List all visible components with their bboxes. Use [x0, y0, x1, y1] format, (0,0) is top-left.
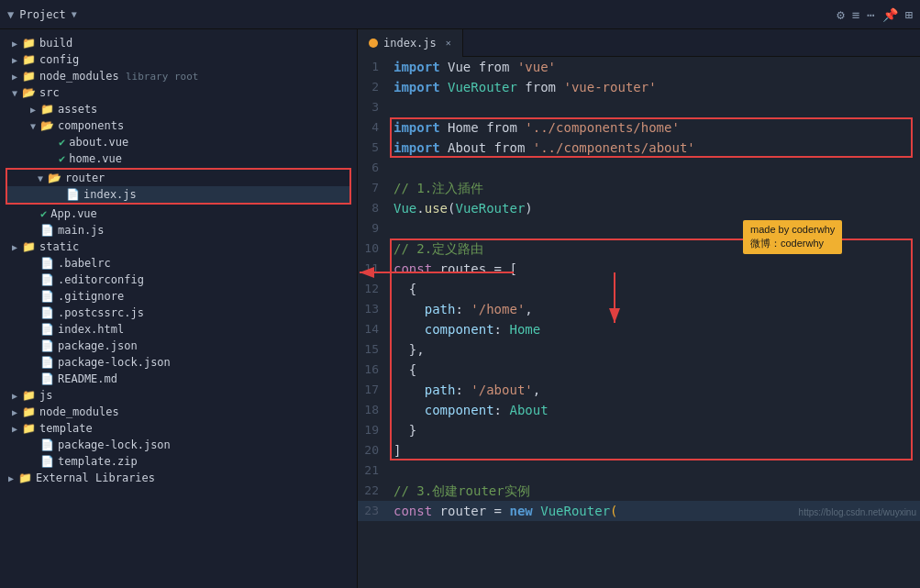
sidebar-item-about-vue[interactable]: ✔ about.vue — [0, 134, 357, 150]
sidebar-item-node-modules2[interactable]: ▶ 📁 node_modules — [0, 404, 357, 420]
more-icon[interactable]: ⋯ — [867, 7, 874, 22]
file-icon: 📄 — [40, 273, 54, 286]
line-content: { — [390, 279, 920, 299]
sidebar-item-label: build — [39, 37, 72, 50]
code-line-15: 15 }, — [358, 339, 920, 360]
sidebar-item-label: src — [39, 86, 60, 99]
code-line-11: 11 const routes = [ — [358, 259, 920, 279]
line-number: 20 — [358, 440, 390, 460]
json-file-icon: 📄 — [40, 356, 54, 369]
sidebar-item-editorconfig[interactable]: 📄 .editorconfig — [0, 272, 357, 288]
tab-close-button[interactable]: ✕ — [446, 38, 451, 48]
sidebar-item-label: package.json — [58, 339, 138, 352]
sidebar-item-components[interactable]: ▼ 📂 components — [0, 117, 357, 134]
line-number: 5 — [358, 138, 390, 158]
line-content: ] — [390, 440, 920, 460]
sidebar-item-postcssrc[interactable]: 📄 .postcssrc.js — [0, 305, 357, 321]
code-line-7: 7 // 1.注入插件 — [358, 178, 920, 198]
sidebar-item-router[interactable]: ▼ 📂 router — [7, 170, 349, 186]
folder-icon: 📁 — [22, 37, 36, 50]
line-number: 19 — [358, 420, 390, 440]
sidebar-item-config[interactable]: ▶ 📁 config — [0, 51, 357, 68]
sidebar-item-label: about.vue — [69, 136, 128, 149]
sidebar-item-label: node_modules library root — [39, 70, 198, 83]
sidebar-item-label: router — [65, 172, 105, 184]
project-icon: ▼ — [7, 8, 14, 21]
sidebar-item-index-html[interactable]: 📄 index.html — [0, 321, 357, 338]
sidebar-item-template-zip[interactable]: 📄 template.zip — [0, 453, 357, 470]
line-number: 16 — [358, 360, 390, 380]
main-layout: ▶ 📁 build ▶ 📁 config ▶ 📁 node_modules li… — [0, 29, 920, 588]
code-line-4: 4 import Home from '../components/home' — [358, 117, 920, 138]
sidebar-item-babelrc[interactable]: 📄 .babelrc — [0, 255, 357, 272]
line-number: 6 — [358, 158, 390, 178]
line-content: import VueRouter from 'vue-router' — [390, 77, 920, 97]
sidebar-item-home-vue[interactable]: ✔ home.vue — [0, 150, 357, 167]
md-file-icon: 📄 — [40, 372, 54, 385]
sidebar-item-main-js[interactable]: 📄 main.js — [0, 222, 357, 239]
line-number: 7 — [358, 178, 390, 198]
sidebar-item-node-modules-root[interactable]: ▶ 📁 node_modules library root — [0, 68, 357, 84]
csdn-watermark: https://blog.csdn.net/wuyxinu — [799, 507, 916, 517]
sidebar-item-static[interactable]: ▶ 📁 static — [0, 239, 357, 255]
menu-icon[interactable]: ≡ — [852, 7, 859, 22]
line-content: component: Home — [390, 319, 920, 339]
sidebar-item-js[interactable]: ▶ 📁 js — [0, 387, 357, 404]
tab-label: index.js — [383, 37, 437, 50]
sidebar-item-label: package-lock.json — [58, 438, 171, 451]
sidebar-item-src[interactable]: ▼ 📂 src — [0, 84, 357, 101]
line-number: 12 — [358, 279, 390, 299]
sidebar-item-label: node_modules — [39, 405, 119, 418]
project-label: Project — [19, 8, 66, 21]
annotation-line2: 微博：coderwhy — [750, 237, 835, 250]
line-content: import Vue from 'vue' — [390, 57, 920, 77]
line-number: 8 — [358, 198, 390, 218]
collapse-arrow: ▶ — [4, 473, 18, 483]
sidebar-item-app-vue[interactable]: ✔ App.vue — [0, 205, 357, 222]
js-file-icon: 📄 — [40, 306, 54, 319]
settings-icon[interactable]: ⚙ — [837, 7, 844, 22]
sidebar-item-label: .editorconfig — [58, 273, 144, 286]
code-line-21: 21 — [358, 460, 920, 481]
sidebar-item-label: components — [58, 119, 124, 132]
code-editor[interactable]: made by coderwhy 微博：coderwhy — [358, 57, 920, 521]
line-number: 2 — [358, 77, 390, 97]
sidebar-item-build[interactable]: ▶ 📁 build — [0, 35, 357, 51]
sidebar-item-assets[interactable]: ▶ 📁 assets — [0, 101, 357, 117]
json-file-icon: 📄 — [40, 438, 54, 451]
sidebar-item-label: App.vue — [50, 207, 97, 220]
sidebar-item-package-lock2[interactable]: 📄 package-lock.json — [0, 437, 357, 453]
annotation-box: made by coderwhy 微博：coderwhy — [743, 220, 842, 254]
sidebar-item-package-json[interactable]: 📄 package.json — [0, 338, 357, 354]
code-line-1: 1 import Vue from 'vue' — [358, 57, 920, 77]
line-number: 1 — [358, 57, 390, 77]
line-content: const routes = [ — [390, 259, 920, 279]
sidebar-item-label: External Libraries — [36, 472, 155, 484]
sidebar-item-label: config — [39, 53, 79, 66]
code-line-14: 14 component: Home — [358, 319, 920, 339]
sidebar-item-index-js[interactable]: 📄 index.js — [7, 186, 349, 203]
js-file-icon: 📄 — [40, 224, 54, 237]
collapse-arrow: ▼ — [26, 121, 40, 131]
sidebar-item-package-lock[interactable]: 📄 package-lock.json — [0, 354, 357, 371]
sidebar-item-label: index.js — [83, 188, 137, 201]
tab-index-js[interactable]: index.js ✕ — [358, 29, 463, 57]
sidebar-item-readme[interactable]: 📄 README.md — [0, 371, 357, 387]
title-bar-dropdown[interactable]: ▼ — [72, 9, 77, 19]
zip-file-icon: 📄 — [40, 455, 54, 468]
sidebar-item-external-libs[interactable]: ▶ 📁 External Libraries — [0, 470, 357, 486]
sidebar-item-gitignore[interactable]: 📄 .gitignore — [0, 288, 357, 305]
tab-file-icon — [369, 39, 378, 48]
code-line-19: 19 } — [358, 420, 920, 440]
folder-icon: 📁 — [22, 389, 36, 402]
code-line-2: 2 import VueRouter from 'vue-router' — [358, 77, 920, 97]
collapse-arrow: ▶ — [7, 391, 22, 401]
line-content: component: About — [390, 400, 920, 420]
pin-icon[interactable]: 📌 — [882, 7, 898, 22]
file-icon: 📄 — [40, 257, 54, 270]
sidebar-item-template[interactable]: ▶ 📁 template — [0, 420, 357, 437]
folder-icon: 📁 — [22, 405, 36, 418]
vue-file-icon: ✔ — [59, 152, 65, 165]
expand-icon[interactable]: ⊞ — [905, 7, 913, 22]
editor-area: index.js ✕ made by coderwhy 微博：coderwhy — [358, 29, 920, 588]
